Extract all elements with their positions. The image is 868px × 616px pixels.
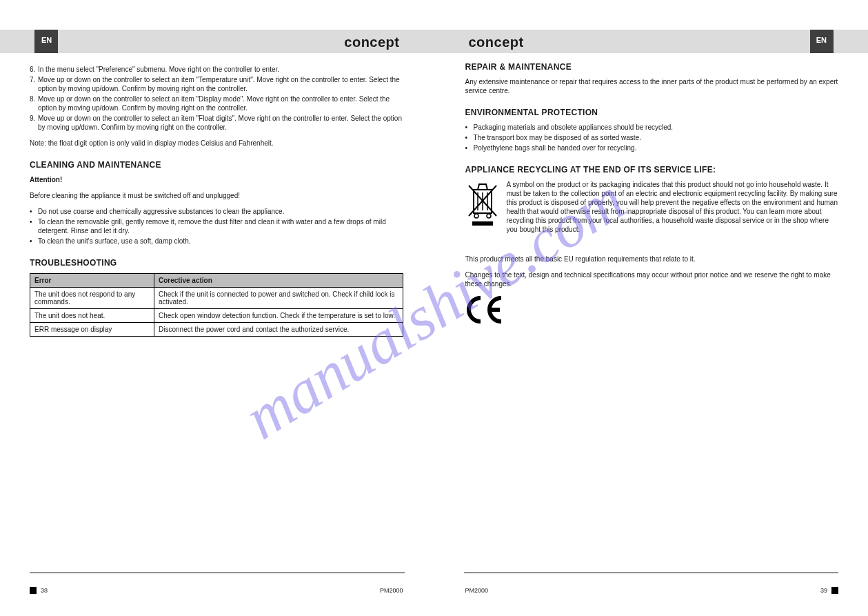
footer-model-left: PM2000	[380, 587, 403, 594]
note-text: Note: the float digit option is only val…	[30, 139, 403, 148]
heading-maintenance: CLEANING AND MAINTENANCE	[30, 160, 403, 170]
main-list-item: In the menu select "Preference" submenu.…	[38, 65, 403, 74]
env-list-item: Polyethylene bags shall be handed over f…	[474, 143, 839, 152]
page-number-right: 39	[820, 587, 827, 594]
changes-text: Changes to the text, design and technica…	[465, 270, 839, 288]
table-row: The unit does not respond to any command…	[30, 288, 403, 309]
brand-logo-right: concept	[469, 34, 524, 50]
repair-text: Any extensive maintenance or repair that…	[465, 77, 839, 95]
footer-model-right: PM2000	[465, 587, 489, 594]
table-row: ERR message on display Disconnect the po…	[30, 323, 403, 337]
weee-bin-icon	[465, 180, 500, 228]
table-cell: ERR message on display	[30, 323, 154, 337]
footer-rule-right	[464, 573, 839, 573]
heading-repair: REPAIR & MAINTENANCE	[465, 62, 839, 72]
maintenance-warning: Before cleaning the appliance it must be…	[30, 191, 403, 200]
table-cell: Disconnect the power cord and contact th…	[154, 323, 403, 337]
ce-mark-icon	[465, 295, 839, 326]
svg-rect-9	[472, 221, 493, 226]
svg-point-6	[487, 214, 491, 218]
page-number-left: 38	[41, 587, 48, 594]
main-list-item: Move up or down on the controller to sel…	[38, 95, 403, 112]
heading-recycle: APPLIANCE RECYCLING AT THE END OF ITS SE…	[465, 165, 839, 175]
env-list-item: Packaging materials and obsolete applian…	[474, 123, 839, 132]
lang-tag-left: EN	[41, 36, 52, 44]
table-row: The unit does not heat. Check open windo…	[30, 309, 403, 323]
table-cell: The unit does not heat.	[30, 309, 154, 323]
troubleshooting-table: Error Corective action The unit does not…	[30, 273, 403, 337]
compliance-text: This product meets all the basic EU regu…	[465, 255, 839, 264]
page-right: EN concept REPAIR & MAINTENANCE Any exte…	[434, 0, 869, 616]
svg-point-5	[474, 214, 478, 218]
table-cell: Check open window detection function. Ch…	[154, 309, 403, 323]
maintenance-list-item: To clean the unit's surface, use a soft,…	[38, 237, 403, 246]
table-header-action: Corective action	[154, 274, 403, 288]
main-list-item: Move up or down on the controller to sel…	[38, 75, 403, 93]
recycle-text: A symbol on the product or its packaging…	[507, 180, 839, 234]
footer-rule-left	[30, 573, 405, 573]
maintenance-list-item: Do not use coarse and chemically aggress…	[38, 207, 403, 216]
main-instructions-list: 6.In the menu select "Preference" submen…	[30, 65, 403, 132]
maintenance-list-item: To clean the removable grill, gently rem…	[38, 217, 403, 235]
brand-logo-left: concept	[344, 34, 399, 50]
lang-tag-right: EN	[816, 36, 827, 44]
heading-troubleshooting: TROUBLESHOOTING	[30, 258, 403, 268]
heading-environment: ENVIRONMENTAL PROTECTION	[465, 108, 839, 117]
main-list-item: Move up or down on the controller to sel…	[38, 114, 403, 132]
attention-label: Attention!	[30, 175, 403, 184]
env-list-item: The transport box may be disposed of as …	[474, 133, 839, 142]
page-left: EN concept 6.In the menu select "Prefere…	[0, 0, 434, 616]
table-cell: The unit does not respond to any command…	[30, 288, 154, 309]
table-cell: Check if the unit is connected to power …	[154, 288, 403, 309]
footer-square-left	[30, 587, 37, 594]
footer-square-right	[831, 587, 838, 594]
table-header-error: Error	[30, 274, 154, 288]
